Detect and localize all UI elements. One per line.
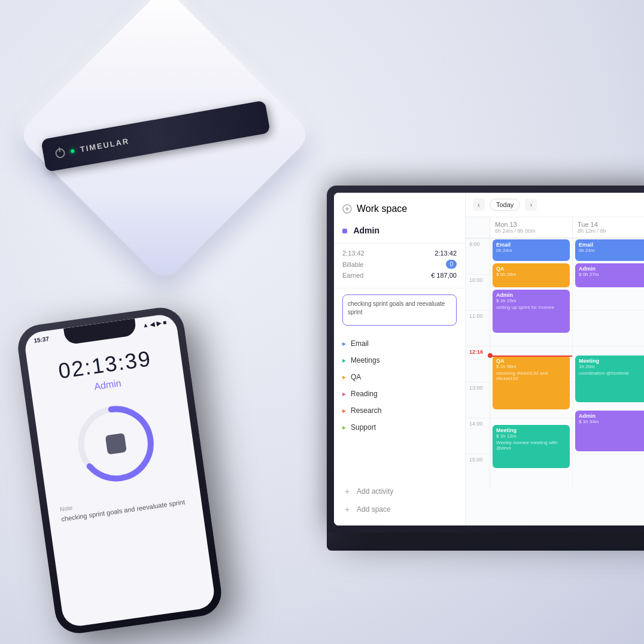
time-label-15: 15:00 bbox=[466, 454, 490, 490]
activities-list: ▶ Email ▶ Meetings ▶ QA ▶ bbox=[334, 332, 465, 482]
today-button[interactable]: Today bbox=[490, 199, 520, 211]
time-stat-row: 2:13:42 2:13:42 bbox=[342, 250, 457, 257]
event-duration: 1h 20m bbox=[579, 364, 644, 369]
cal-event-meeting-mon[interactable]: Meeting $ 1h 12m Weekly momee meeting wi… bbox=[493, 425, 570, 468]
cal-event-qa-mon-1[interactable]: QA $ 0h 26m bbox=[493, 263, 570, 287]
activity-item-support[interactable]: ▶ Support bbox=[334, 419, 465, 436]
calendar-header: ‹ Today › bbox=[466, 193, 644, 217]
cal-event-admin-mon-1[interactable]: Admin $ 1h 15m setting up sprint for mom… bbox=[493, 290, 570, 333]
time-label-13: 13:00 bbox=[466, 382, 490, 418]
event-title: Meeting bbox=[579, 358, 644, 364]
cal-event-email-mon[interactable]: Email 0h 24m bbox=[493, 239, 570, 261]
event-note: Weekly momee meeting with @devs bbox=[496, 440, 566, 451]
time-label-10: 10:00 bbox=[466, 274, 490, 310]
calendar-prev-button[interactable]: ‹ bbox=[473, 199, 485, 211]
time-label-9: 9:00 bbox=[466, 238, 490, 274]
day-col-tue: Tue 14 8h 12m / 8h bbox=[572, 217, 644, 238]
day-name-mon: Mon 13 bbox=[495, 221, 567, 228]
calendar-days-header: Mon 13 6h 24m / 8h 00m Tue 14 8h 12m / 8… bbox=[466, 217, 644, 238]
event-title: Meeting bbox=[496, 427, 566, 433]
earned-value: € 187,00 bbox=[431, 272, 457, 279]
event-title: QA bbox=[496, 266, 566, 272]
cal-event-meeting-tue[interactable]: Meeting 1h 20m coordination @frontend bbox=[575, 356, 644, 402]
time-slot bbox=[573, 310, 644, 346]
event-billable: $ 1h 12m bbox=[496, 433, 566, 439]
event-billable: $ 0h 26m bbox=[496, 272, 566, 277]
timeular-device: TIMEULAR bbox=[24, 12, 281, 269]
earned-stat-row: Earned € 187,00 bbox=[342, 272, 457, 279]
laptop-screen: Work space Admin 2:13:42 2:13:42 Billabl… bbox=[334, 193, 644, 525]
current-time-line bbox=[490, 356, 572, 357]
event-billable: $ 1h 56m bbox=[496, 364, 566, 369]
current-time-dot bbox=[488, 353, 493, 358]
billable-label: Billable bbox=[342, 261, 363, 268]
note-content: checking sprint goals and reevaluate spr… bbox=[348, 300, 445, 315]
event-note: resolving #ticket132 and #ticket133 bbox=[496, 370, 566, 381]
activity-item-research[interactable]: ▶ Research bbox=[334, 402, 465, 419]
event-title: Admin bbox=[496, 292, 566, 298]
app-ui: Work space Admin 2:13:42 2:13:42 Billabl… bbox=[334, 193, 644, 525]
event-note: coordination @frontend bbox=[579, 370, 644, 376]
workspace-header: Work space bbox=[334, 200, 465, 220]
event-billable: $ 1h 34m bbox=[579, 419, 644, 424]
phone-stop-button[interactable] bbox=[105, 433, 127, 454]
event-duration: 0h 24m bbox=[579, 248, 644, 253]
time-label-current: 12:16 bbox=[466, 346, 490, 382]
time-slot bbox=[573, 454, 644, 490]
event-title: Admin bbox=[579, 413, 644, 419]
laptop-lid: Work space Admin 2:13:42 2:13:42 Billabl… bbox=[327, 186, 644, 533]
activity-label-qa: QA bbox=[351, 373, 361, 381]
calendar-area: ‹ Today › Mon 13 6h 24m / 8h 00m Tue 14 … bbox=[466, 193, 644, 525]
phone-screen: 15:37 ▲ ◀ ▶ ■ 02:13:39 Admin Note checki… bbox=[23, 313, 217, 628]
activity-label-meetings: Meetings bbox=[351, 356, 380, 364]
calendar-next-button[interactable]: › bbox=[525, 199, 537, 211]
add-space-item[interactable]: + Add space bbox=[334, 500, 465, 518]
add-activity-label: Add activity bbox=[357, 487, 393, 496]
time-value: 2:13:42 bbox=[435, 250, 457, 257]
workspace-label: Work space bbox=[357, 203, 407, 214]
add-activity-plus-icon: + bbox=[342, 487, 352, 496]
calendar-grid: 9:00 10:00 11:00 12:16 13:00 14:00 15:00 bbox=[466, 238, 644, 525]
laptop-mockup: Work space Admin 2:13:42 2:13:42 Billabl… bbox=[327, 186, 644, 604]
billable-toggle[interactable]: 0 bbox=[446, 260, 457, 269]
earned-label: Earned bbox=[342, 272, 363, 279]
activity-item-meetings[interactable]: ▶ Meetings bbox=[334, 352, 465, 369]
activity-label-research: Research bbox=[351, 406, 381, 415]
cal-event-admin-tue-1[interactable]: Admin $ 0h 27m bbox=[575, 263, 644, 287]
activity-item-reading[interactable]: ▶ Reading bbox=[334, 385, 465, 402]
admin-section: Admin bbox=[334, 220, 465, 244]
day-hours-tue: 8h 12m / 8h bbox=[578, 228, 644, 234]
day-column-mon: Email 0h 24m QA $ 0h 26m Admin $ 1h 15m bbox=[490, 238, 572, 490]
admin-name: Admin bbox=[353, 226, 379, 235]
laptop-base bbox=[327, 533, 644, 551]
sidebar: Work space Admin 2:13:42 2:13:42 Billabl… bbox=[334, 193, 466, 525]
event-duration: 0h 24m bbox=[496, 248, 566, 253]
event-title: QA bbox=[496, 358, 566, 364]
activity-label-reading: Reading bbox=[351, 390, 378, 398]
cal-event-admin-tue-2[interactable]: Admin $ 1h 34m bbox=[575, 411, 644, 451]
time-grid: 9:00 10:00 11:00 12:16 13:00 14:00 15:00 bbox=[466, 238, 644, 490]
time-label-11: 11:00 bbox=[466, 310, 490, 346]
activity-item-qa[interactable]: ▶ QA bbox=[334, 369, 465, 385]
add-activity-item[interactable]: + Add activity bbox=[334, 482, 465, 500]
admin-color-dot bbox=[342, 229, 347, 233]
activity-label-support: Support bbox=[351, 423, 376, 432]
time-label: 2:13:42 bbox=[342, 250, 364, 257]
activity-item-email[interactable]: ▶ Email bbox=[334, 335, 465, 352]
power-icon bbox=[54, 147, 66, 159]
day-col-mon: Mon 13 6h 24m / 8h 00m bbox=[490, 217, 572, 238]
day-column-tue: Email 0h 24m Admin $ 0h 27m Meeting 1h 2… bbox=[572, 238, 644, 490]
event-billable: $ 0h 27m bbox=[579, 272, 644, 277]
cal-event-qa-mon-2[interactable]: QA $ 1h 56m resolving #ticket132 and #ti… bbox=[493, 356, 570, 409]
time-labels: 9:00 10:00 11:00 12:16 13:00 14:00 15:00 bbox=[466, 238, 490, 490]
event-billable: $ 1h 15m bbox=[496, 298, 566, 303]
day-hours-mon: 6h 24m / 8h 00m bbox=[495, 228, 567, 234]
add-space-plus-icon: + bbox=[342, 505, 352, 514]
workspace-icon bbox=[342, 204, 352, 214]
note-textarea[interactable]: checking sprint goals and reevaluate spr… bbox=[342, 294, 457, 326]
brand-text: TIMEULAR bbox=[80, 136, 130, 154]
event-title: Email bbox=[579, 242, 644, 248]
device-led bbox=[71, 149, 75, 153]
cal-event-email-tue[interactable]: Email 0h 24m bbox=[575, 239, 644, 261]
stats-section: 2:13:42 2:13:42 Billable 0 Earned € 187,… bbox=[334, 244, 465, 288]
